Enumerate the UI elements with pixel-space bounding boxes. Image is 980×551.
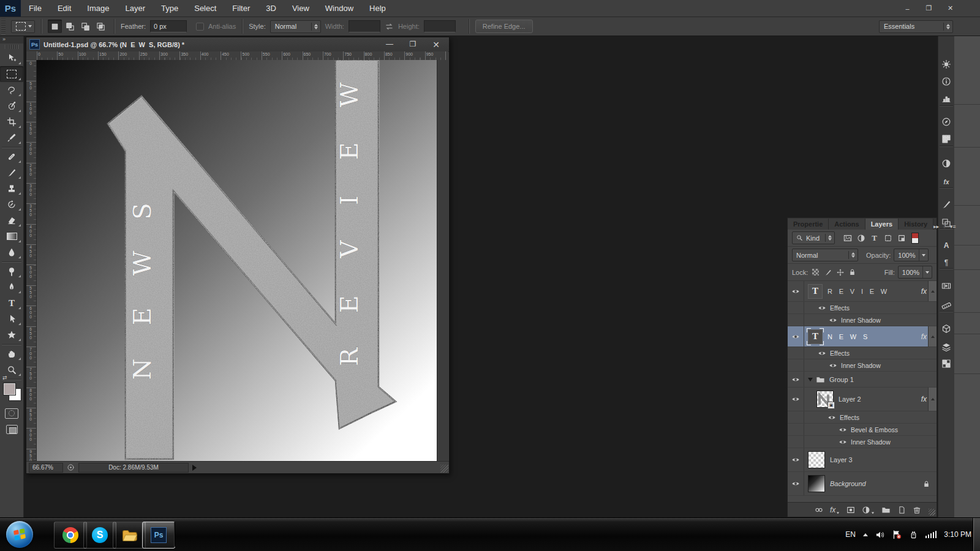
document-titlebar[interactable]: Ps Untitled-1.psd @ 66.7% (N E W S, RGB/… bbox=[26, 37, 449, 52]
visibility-toggle[interactable] bbox=[839, 438, 847, 446]
fill-select[interactable]: 100% bbox=[898, 266, 932, 279]
tab-history[interactable]: History bbox=[899, 219, 933, 230]
path-selection-tool[interactable] bbox=[0, 311, 23, 327]
move-tool[interactable] bbox=[0, 50, 23, 66]
filter-kind-select[interactable]: Kind bbox=[792, 231, 835, 244]
effect-row-effects[interactable]: Effects bbox=[788, 411, 937, 424]
dodge-tool[interactable] bbox=[0, 263, 23, 279]
speaker-icon[interactable] bbox=[875, 530, 884, 539]
tab-actions[interactable]: Actions bbox=[829, 219, 865, 230]
tab-layers[interactable]: Layers bbox=[865, 219, 899, 230]
filter-shape-icon[interactable] bbox=[882, 233, 894, 243]
visibility-toggle[interactable] bbox=[829, 361, 837, 370]
new-selection-icon[interactable] bbox=[48, 20, 62, 33]
tab-propertie[interactable]: Propertie bbox=[788, 219, 829, 230]
group-expand-triangle[interactable] bbox=[808, 378, 813, 381]
app-minimize-button[interactable]: – bbox=[899, 2, 916, 14]
swap-width-height-icon[interactable] bbox=[385, 22, 394, 31]
styles-icon[interactable]: fx bbox=[941, 176, 952, 187]
panel-resize-grip[interactable] bbox=[929, 509, 935, 515]
visibility-toggle[interactable] bbox=[839, 425, 847, 434]
taskbar-app-explorer[interactable] bbox=[113, 522, 146, 549]
filter-image-icon[interactable] bbox=[842, 233, 853, 243]
lock-all-icon[interactable] bbox=[848, 268, 857, 277]
network-signal-icon[interactable] bbox=[925, 531, 937, 538]
history-brush-tool[interactable] bbox=[0, 197, 23, 212]
lock-transparency-icon[interactable] bbox=[811, 268, 820, 277]
zoom-level-field[interactable]: 66.67% bbox=[29, 463, 63, 473]
opacity-select[interactable]: 100% bbox=[894, 249, 928, 261]
eyedropper-tool[interactable] bbox=[0, 130, 23, 146]
new-group-icon[interactable] bbox=[881, 505, 891, 514]
canvas-scroll-strip[interactable] bbox=[437, 60, 448, 461]
status-widget-icon[interactable] bbox=[67, 463, 75, 471]
quick-mask-button[interactable] bbox=[0, 405, 23, 421]
visibility-toggle[interactable] bbox=[818, 349, 826, 358]
expand-panels-icon[interactable]: ▸▸ bbox=[933, 223, 939, 230]
effect-row-inner-shadow[interactable]: Inner Shadow bbox=[788, 359, 937, 372]
effect-row-inner-shadow[interactable]: Inner Shadow bbox=[788, 436, 937, 448]
visibility-toggle[interactable] bbox=[818, 304, 826, 312]
add-to-selection-icon[interactable] bbox=[63, 20, 77, 33]
visibility-toggle[interactable] bbox=[829, 316, 837, 324]
power-plug-icon[interactable] bbox=[909, 530, 918, 539]
layer-thumbnail[interactable] bbox=[808, 451, 825, 468]
app-maximize-button[interactable]: ❐ bbox=[920, 2, 938, 14]
collapse-tools-button[interactable]: » bbox=[0, 36, 23, 43]
menu-filter[interactable]: Filter bbox=[224, 0, 258, 17]
taskbar-app-chrome[interactable] bbox=[54, 522, 87, 549]
layer-thumbnail[interactable]: ▣ bbox=[816, 391, 834, 408]
spot-healing-brush-tool[interactable] bbox=[0, 149, 23, 165]
layer-row-layer-2[interactable]: ▣Layer 2fx bbox=[788, 388, 937, 411]
visibility-toggle[interactable] bbox=[788, 448, 804, 471]
type-layer-thumbnail[interactable]: T bbox=[808, 329, 823, 344]
start-button[interactable] bbox=[6, 521, 33, 548]
action-center-flag-icon[interactable] bbox=[892, 530, 902, 539]
taskbar-app-photoshop[interactable]: Ps bbox=[142, 522, 175, 549]
add-layer-mask-icon[interactable] bbox=[846, 506, 855, 514]
3d-icon[interactable] bbox=[941, 323, 952, 334]
canvas[interactable]: SWENWEIVER bbox=[37, 60, 437, 461]
visibility-toggle[interactable] bbox=[827, 413, 836, 422]
collapse-effects-button[interactable] bbox=[928, 326, 937, 347]
menu-type[interactable]: Type bbox=[153, 0, 186, 17]
swap-colors-icon[interactable]: ⇄ bbox=[2, 375, 7, 381]
custom-shape-tool[interactable] bbox=[0, 327, 23, 343]
layer-row-layer-3[interactable]: Layer 3 bbox=[788, 448, 937, 472]
effect-row-effects[interactable]: Effects bbox=[788, 347, 937, 359]
feather-input[interactable]: 0 px bbox=[150, 20, 187, 32]
height-input[interactable] bbox=[424, 20, 456, 32]
layer-comps-icon[interactable] bbox=[941, 342, 952, 353]
subtract-from-selection-icon[interactable] bbox=[78, 20, 92, 33]
intersect-selection-icon[interactable] bbox=[94, 20, 108, 33]
pen-tool[interactable] bbox=[0, 279, 23, 295]
swatches-icon[interactable] bbox=[941, 133, 952, 144]
layer-fx-badge[interactable]: fx bbox=[921, 332, 928, 341]
rectangular-marquee-tool[interactable] bbox=[0, 66, 23, 82]
taskbar-app-skype[interactable]: S bbox=[83, 522, 116, 549]
menu-layer[interactable]: Layer bbox=[118, 0, 154, 17]
lock-position-icon[interactable] bbox=[835, 268, 845, 277]
lasso-tool[interactable] bbox=[0, 82, 23, 98]
window-resize-grip[interactable] bbox=[440, 465, 448, 473]
tray-expand-icon[interactable] bbox=[863, 533, 868, 536]
histogram-icon[interactable] bbox=[941, 93, 952, 104]
visibility-toggle[interactable] bbox=[788, 388, 804, 411]
quick-selection-tool[interactable] bbox=[0, 98, 23, 114]
navigator-icon[interactable] bbox=[941, 116, 952, 127]
blend-mode-select[interactable]: Normal bbox=[792, 249, 858, 261]
visibility-toggle[interactable] bbox=[788, 326, 804, 347]
timeline-icon[interactable] bbox=[941, 280, 952, 291]
panel-menu-icon[interactable]: ▾≡ bbox=[950, 223, 956, 230]
effect-row-inner-shadow[interactable]: Inner Shadow bbox=[788, 314, 937, 326]
filter-type-icon[interactable]: T bbox=[869, 233, 880, 243]
adjustments-icon[interactable] bbox=[941, 158, 952, 169]
menu-file[interactable]: File bbox=[21, 0, 50, 17]
doc-close-button[interactable]: ✕ bbox=[429, 40, 443, 50]
effect-row-bevel-&-emboss[interactable]: Bevel & Emboss bbox=[788, 424, 937, 436]
refine-edge-button[interactable]: Refine Edge... bbox=[475, 20, 533, 33]
filter-adjustment-icon[interactable] bbox=[855, 233, 867, 243]
effect-row-effects[interactable]: Effects bbox=[788, 302, 937, 314]
menu-select[interactable]: Select bbox=[186, 0, 224, 17]
status-flyout-arrow[interactable] bbox=[192, 465, 197, 471]
